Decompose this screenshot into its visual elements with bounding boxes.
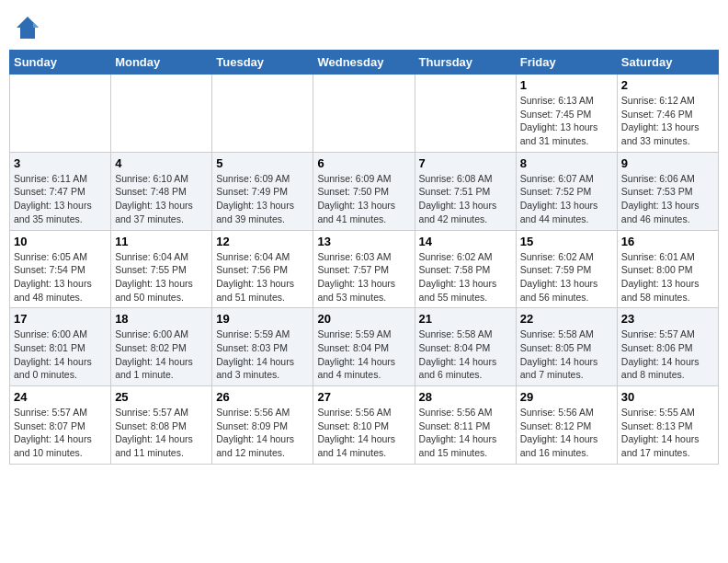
day-info-text: Daylight: 14 hours and 15 minutes. (419, 432, 512, 459)
day-info-text: Sunset: 8:11 PM (419, 419, 512, 433)
day-info-text: Daylight: 13 hours and 37 minutes. (115, 199, 208, 225)
calendar-cell: 27Sunrise: 5:56 AMSunset: 8:10 PMDayligh… (313, 386, 415, 465)
day-number: 9 (621, 156, 714, 170)
day-info-text: Sunset: 7:47 PM (14, 185, 107, 199)
day-info-text: Sunrise: 5:55 AM (621, 406, 714, 419)
day-number: 26 (216, 390, 309, 404)
day-info-text: Sunrise: 6:12 AM (621, 94, 714, 108)
day-info-text: Daylight: 14 hours and 1 minute. (115, 355, 208, 382)
day-info-text: Sunset: 8:05 PM (520, 341, 613, 355)
calendar-cell: 2Sunrise: 6:12 AMSunset: 7:46 PMDaylight… (617, 75, 718, 153)
calendar-cell: 11Sunrise: 6:04 AMSunset: 7:55 PMDayligh… (111, 230, 212, 308)
day-number: 15 (520, 235, 613, 248)
calendar-cell: 10Sunrise: 6:05 AMSunset: 7:54 PMDayligh… (10, 230, 111, 308)
day-header-wednesday: Wednesday (313, 51, 415, 75)
day-info-text: Sunrise: 6:05 AM (14, 250, 107, 264)
day-number: 27 (317, 390, 410, 404)
day-info-text: Sunrise: 5:58 AM (419, 327, 512, 341)
day-number: 5 (216, 156, 309, 170)
day-info-text: Daylight: 13 hours and 39 minutes. (216, 199, 309, 225)
day-info-text: Sunrise: 6:13 AM (520, 94, 613, 108)
day-number: 17 (14, 312, 107, 326)
day-number: 14 (419, 235, 512, 248)
day-info-text: Daylight: 13 hours and 41 minutes. (317, 199, 410, 225)
day-number: 30 (621, 390, 714, 404)
day-info-text: Sunrise: 5:57 AM (115, 406, 208, 419)
day-info-text: Sunrise: 6:02 AM (419, 250, 512, 264)
calendar-cell: 8Sunrise: 6:07 AMSunset: 7:52 PMDaylight… (516, 152, 617, 230)
calendar-cell (415, 75, 516, 153)
day-number: 1 (520, 78, 613, 92)
day-info-text: Daylight: 13 hours and 42 minutes. (419, 199, 512, 225)
day-info-text: Sunset: 8:06 PM (621, 341, 714, 355)
calendar-cell: 6Sunrise: 6:09 AMSunset: 7:50 PMDaylight… (313, 152, 415, 230)
day-info-text: Sunrise: 6:04 AM (216, 250, 309, 264)
day-info-text: Sunset: 8:08 PM (115, 419, 208, 433)
day-info-text: Sunrise: 6:09 AM (216, 172, 309, 186)
day-info-text: Daylight: 13 hours and 48 minutes. (14, 277, 107, 304)
day-info-text: Daylight: 14 hours and 6 minutes. (419, 355, 512, 382)
day-info-text: Sunrise: 5:56 AM (520, 406, 613, 419)
day-number: 16 (621, 235, 714, 248)
calendar-cell: 14Sunrise: 6:02 AMSunset: 7:58 PMDayligh… (415, 230, 516, 308)
day-info-text: Sunrise: 5:56 AM (317, 406, 410, 419)
day-info-text: Sunset: 8:04 PM (317, 341, 410, 355)
day-info-text: Daylight: 14 hours and 4 minutes. (317, 355, 410, 382)
day-info-text: Sunrise: 5:56 AM (216, 406, 309, 419)
day-info-text: Daylight: 14 hours and 11 minutes. (115, 432, 208, 459)
calendar-cell: 25Sunrise: 5:57 AMSunset: 8:08 PMDayligh… (111, 386, 212, 465)
calendar-cell: 9Sunrise: 6:06 AMSunset: 7:53 PMDaylight… (617, 152, 718, 230)
day-info-text: Daylight: 13 hours and 33 minutes. (621, 121, 714, 147)
day-header-thursday: Thursday (415, 51, 516, 75)
day-info-text: Sunset: 8:12 PM (520, 419, 613, 433)
day-number: 6 (317, 156, 410, 170)
calendar-cell: 17Sunrise: 6:00 AMSunset: 8:01 PMDayligh… (10, 308, 111, 386)
day-info-text: Daylight: 14 hours and 3 minutes. (216, 355, 309, 382)
day-info-text: Sunset: 8:03 PM (216, 341, 309, 355)
day-header-tuesday: Tuesday (212, 51, 313, 75)
calendar-cell: 26Sunrise: 5:56 AMSunset: 8:09 PMDayligh… (212, 386, 313, 465)
day-info-text: Sunset: 7:59 PM (520, 263, 613, 277)
day-info-text: Sunset: 7:50 PM (317, 185, 410, 199)
day-number: 8 (520, 156, 613, 170)
day-info-text: Sunrise: 5:59 AM (216, 327, 309, 341)
calendar-cell: 15Sunrise: 6:02 AMSunset: 7:59 PMDayligh… (516, 230, 617, 308)
day-info-text: Daylight: 13 hours and 53 minutes. (317, 277, 410, 304)
day-info-text: Sunrise: 5:59 AM (317, 327, 410, 341)
day-info-text: Daylight: 14 hours and 17 minutes. (621, 432, 714, 459)
day-info-text: Sunrise: 6:06 AM (621, 172, 714, 186)
day-info-text: Sunset: 7:53 PM (621, 185, 714, 199)
day-info-text: Sunrise: 6:03 AM (317, 250, 410, 264)
day-header-monday: Monday (111, 51, 212, 75)
day-info-text: Daylight: 14 hours and 10 minutes. (14, 432, 107, 459)
day-info-text: Daylight: 13 hours and 31 minutes. (520, 121, 613, 147)
day-info-text: Daylight: 13 hours and 44 minutes. (520, 199, 613, 225)
day-info-text: Sunrise: 5:57 AM (621, 327, 714, 341)
day-info-text: Daylight: 13 hours and 56 minutes. (520, 277, 613, 304)
day-info-text: Sunrise: 6:07 AM (520, 172, 613, 186)
day-number: 24 (14, 390, 107, 404)
calendar-cell: 29Sunrise: 5:56 AMSunset: 8:12 PMDayligh… (516, 386, 617, 465)
day-number: 19 (216, 312, 309, 326)
calendar-table: SundayMondayTuesdayWednesdayThursdayFrid… (9, 50, 719, 465)
calendar-cell: 24Sunrise: 5:57 AMSunset: 8:07 PMDayligh… (10, 386, 111, 465)
day-info-text: Sunrise: 6:09 AM (317, 172, 410, 186)
calendar-cell (10, 75, 111, 153)
day-info-text: Sunrise: 6:11 AM (14, 172, 107, 186)
calendar-cell: 16Sunrise: 6:01 AMSunset: 8:00 PMDayligh… (617, 230, 718, 308)
day-info-text: Daylight: 13 hours and 58 minutes. (621, 277, 714, 304)
calendar-cell (111, 75, 212, 153)
calendar-week-1: 1Sunrise: 6:13 AMSunset: 7:45 PMDaylight… (10, 75, 719, 153)
day-info-text: Sunset: 7:56 PM (216, 263, 309, 277)
day-info-text: Sunset: 7:51 PM (419, 185, 512, 199)
day-info-text: Sunset: 7:48 PM (115, 185, 208, 199)
calendar-cell: 12Sunrise: 6:04 AMSunset: 7:56 PMDayligh… (212, 230, 313, 308)
day-info-text: Sunrise: 5:58 AM (520, 327, 613, 341)
day-info-text: Sunset: 8:02 PM (115, 341, 208, 355)
day-info-text: Sunrise: 6:01 AM (621, 250, 714, 264)
calendar-cell: 23Sunrise: 5:57 AMSunset: 8:06 PMDayligh… (617, 308, 718, 386)
day-number: 21 (419, 312, 512, 326)
day-info-text: Sunset: 7:45 PM (520, 108, 613, 121)
calendar-week-2: 3Sunrise: 6:11 AMSunset: 7:47 PMDaylight… (10, 152, 719, 230)
day-info-text: Sunset: 7:46 PM (621, 108, 714, 121)
